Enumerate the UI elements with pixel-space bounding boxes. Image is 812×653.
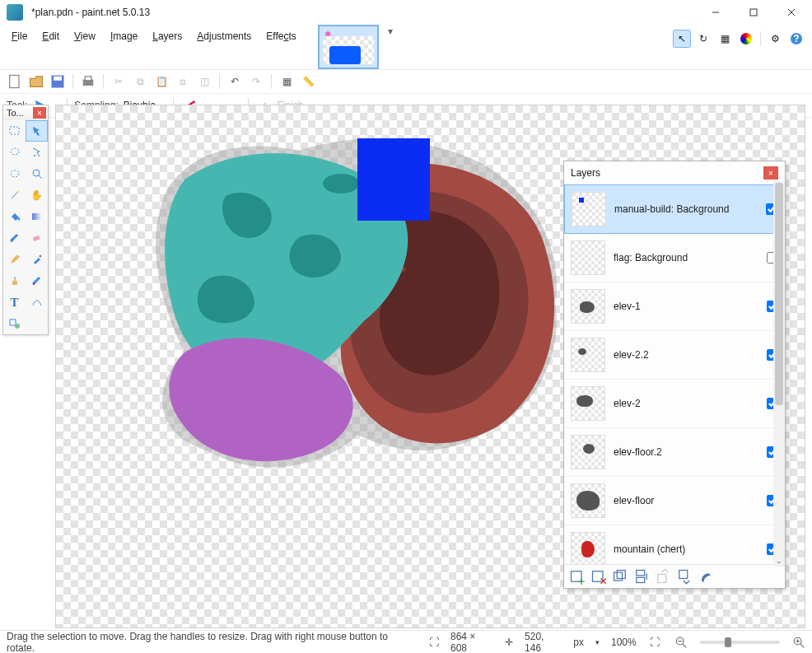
layers-scrollbar[interactable]: ⌄	[773, 181, 785, 567]
save-icon[interactable]	[49, 73, 66, 90]
svg-rect-37	[637, 571, 645, 576]
layer-properties-icon[interactable]	[698, 568, 714, 585]
zoom-out-icon[interactable]	[674, 635, 688, 650]
layers-window[interactable]: Layers × manual-build: Background flag: …	[563, 161, 786, 589]
new-icon[interactable]	[7, 73, 23, 90]
canvas-size: 864 × 608	[450, 631, 493, 654]
layer-row[interactable]: elev-2	[564, 380, 785, 428]
zoom-slider[interactable]	[700, 641, 780, 644]
undo-icon[interactable]: ↶	[226, 73, 243, 90]
pan-tool[interactable]: ✋	[26, 184, 48, 206]
svg-rect-24	[10, 320, 16, 325]
close-button[interactable]	[772, 0, 810, 25]
crop-icon[interactable]: ⧈	[175, 73, 191, 90]
tools-window-titlebar[interactable]: To... ×	[3, 105, 48, 120]
zoom-value[interactable]: 100%	[611, 637, 637, 648]
menu-view[interactable]: View	[68, 28, 102, 44]
line-tool[interactable]	[26, 292, 48, 313]
layer-thumb-icon	[571, 240, 605, 275]
svg-rect-36	[617, 571, 625, 579]
move-pixels-tool[interactable]	[26, 142, 48, 163]
shapes-tool[interactable]	[3, 313, 26, 334]
gradient-tool[interactable]	[26, 206, 48, 227]
settings-icon[interactable]: ⚙	[766, 30, 784, 48]
layer-row[interactable]: mountain (chert)	[564, 525, 785, 564]
document-thumbnail[interactable]: ✱	[318, 25, 379, 69]
copy-icon[interactable]: ⧉	[132, 73, 148, 90]
menu-adjustments[interactable]: Adjustments	[190, 28, 258, 44]
color-picker-tool[interactable]	[26, 249, 48, 270]
rect-select-tool[interactable]	[3, 120, 26, 142]
tools-toggle-icon[interactable]: ↖	[673, 30, 691, 48]
layer-row[interactable]: flag: Background	[564, 234, 785, 282]
window-title: *plan.pdn - paint.net 5.0.13	[28, 7, 697, 18]
eraser-tool[interactable]	[26, 227, 48, 249]
layer-row[interactable]: elev-2.2	[564, 331, 785, 380]
maximize-button[interactable]	[735, 0, 772, 25]
svg-rect-32	[593, 571, 604, 582]
deselect-icon[interactable]: ◫	[196, 73, 212, 90]
menu-layers[interactable]: Layers	[146, 28, 189, 44]
add-layer-icon[interactable]	[569, 568, 586, 585]
zoom-slider-handle[interactable]	[725, 637, 731, 647]
thumbnail-dropdown[interactable]: ▾	[384, 25, 397, 38]
svg-rect-4	[10, 76, 19, 88]
menu-image[interactable]: Image	[104, 28, 144, 44]
layer-name: elev-2.2	[614, 349, 758, 361]
empty-tool-slot	[26, 313, 48, 334]
layer-row[interactable]: elev-floor	[564, 477, 785, 525]
titlebar: *plan.pdn - paint.net 5.0.13	[0, 0, 812, 25]
colors-toggle-icon[interactable]	[737, 30, 755, 48]
magic-wand-tool[interactable]	[3, 184, 26, 206]
layers-scroll-down-icon[interactable]: ⌄	[773, 555, 785, 567]
layer-row[interactable]: elev-1	[564, 282, 785, 331]
paintbrush-tool[interactable]	[3, 227, 26, 249]
layers-scrollbar-thumb[interactable]	[775, 183, 783, 405]
text-tool[interactable]: T	[3, 292, 26, 313]
delete-layer-icon[interactable]	[590, 568, 607, 585]
print-icon[interactable]	[80, 73, 96, 90]
fit-window-icon[interactable]: ⛶	[648, 635, 662, 650]
svg-point-12	[34, 155, 35, 156]
clone-stamp-tool[interactable]	[3, 270, 26, 292]
zoom-tool[interactable]	[26, 163, 48, 184]
layer-thumb-icon	[571, 289, 605, 324]
grid-icon[interactable]: ▦	[278, 73, 295, 90]
move-layer-down-icon[interactable]	[676, 568, 693, 585]
lasso-tool[interactable]	[3, 142, 26, 163]
menubar: File Edit View Image Layers Adjustments …	[5, 25, 303, 44]
zoom-in-icon[interactable]	[791, 635, 805, 650]
layers-list[interactable]: manual-build: Background flag: Backgroun…	[564, 184, 785, 564]
history-toggle-icon[interactable]: ↻	[694, 30, 712, 48]
ruler-icon[interactable]: 📏	[300, 73, 316, 90]
ellipse-select-tool[interactable]	[3, 163, 26, 184]
move-layer-up-icon[interactable]	[655, 568, 671, 585]
layer-row[interactable]: manual-build: Background	[564, 184, 785, 234]
unit-label[interactable]: px	[573, 637, 584, 648]
merge-layer-icon[interactable]	[633, 568, 650, 585]
menu-edit[interactable]: Edit	[35, 28, 66, 44]
unit-dropdown-icon[interactable]: ▾	[595, 638, 600, 646]
layers-window-close-icon[interactable]: ×	[763, 166, 778, 180]
svg-rect-1	[750, 9, 757, 16]
layers-toggle-icon[interactable]: ▦	[716, 30, 734, 48]
paint-bucket-tool[interactable]	[3, 206, 26, 227]
svg-rect-29	[572, 571, 582, 582]
redo-icon[interactable]: ↷	[248, 73, 264, 90]
tools-window-close-icon[interactable]: ×	[33, 107, 46, 119]
recolor-tool[interactable]	[26, 270, 48, 292]
tools-window[interactable]: To... × ✋ T	[2, 105, 49, 335]
move-selection-tool[interactable]	[26, 120, 48, 142]
minimize-button[interactable]	[697, 0, 735, 25]
svg-rect-20	[32, 236, 40, 241]
layer-row[interactable]: elev-floor.2	[564, 428, 785, 477]
menu-file[interactable]: File	[5, 28, 34, 44]
duplicate-layer-icon[interactable]	[612, 568, 628, 585]
pencil-tool[interactable]	[3, 249, 26, 270]
menu-effects[interactable]: Effects	[259, 28, 302, 44]
open-icon[interactable]	[28, 73, 44, 90]
help-icon[interactable]: ?	[787, 30, 805, 48]
cut-icon[interactable]: ✂	[110, 73, 127, 90]
layers-window-titlebar[interactable]: Layers ×	[564, 161, 785, 184]
paste-icon[interactable]: 📋	[153, 73, 170, 90]
